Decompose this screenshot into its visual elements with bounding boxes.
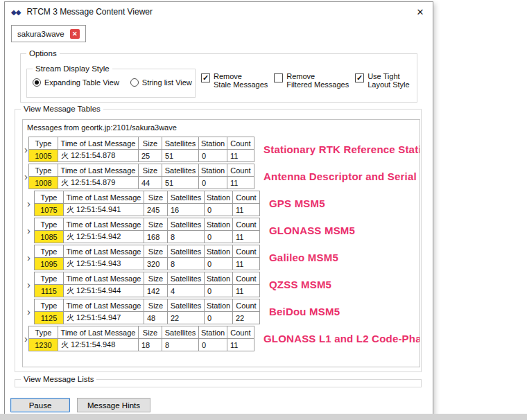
tab-label: sakura3wave bbox=[17, 30, 64, 38]
expander-chevron-icon[interactable]: › bbox=[24, 333, 28, 344]
radio-label: String list View bbox=[142, 78, 192, 87]
satellites-cell: 8 bbox=[162, 339, 199, 351]
message-type-cell: 1095 bbox=[35, 258, 64, 270]
expander-chevron-icon[interactable]: › bbox=[24, 279, 33, 290]
message-table-block: › TypeTime of Last MessageSizeSatellites… bbox=[23, 136, 420, 163]
station-cell: 0 bbox=[199, 150, 227, 162]
view-message-lists-section: View Message Lists bbox=[15, 379, 422, 387]
count-cell: 11 bbox=[233, 231, 260, 243]
annotation-text: GLONASS L1 and L2 Code-Phase Biases bbox=[264, 333, 420, 344]
options-checkboxes: ✓ Remove Stale Messages Remove Filtered … bbox=[201, 72, 410, 89]
checkbox-label: Remove Filtered Messages bbox=[286, 72, 349, 89]
radio-string-list-view[interactable]: String list View bbox=[130, 78, 192, 87]
message-table-block: › TypeTime of Last MessageSizeSatellites… bbox=[23, 190, 420, 217]
view-message-tables-label: View Message Tables bbox=[21, 105, 103, 113]
table-header-row: TypeTime of Last MessageSizeSatellitesSt… bbox=[35, 245, 260, 258]
time-cell: 火 12:51:54.878 bbox=[58, 150, 139, 162]
radio-expanding-table-view[interactable]: Expanding Table View bbox=[33, 78, 119, 87]
stream-source-label: Messages from geortk.jp:2101/sakura3wave bbox=[23, 120, 420, 136]
satellites-cell: 16 bbox=[168, 204, 205, 216]
time-cell: 火 12:51:54.879 bbox=[58, 177, 139, 189]
view-message-tables-section: View Message Tables Messages from geortk… bbox=[15, 109, 422, 372]
satellites-cell: 4 bbox=[168, 285, 205, 297]
message-table-block: › TypeTime of Last MessageSizeSatellites… bbox=[23, 163, 420, 190]
message-type-cell: 1085 bbox=[35, 231, 64, 243]
options-group: Options Stream Display Style Expanding T… bbox=[20, 53, 417, 103]
annotation-text: QZSS MSM5 bbox=[269, 279, 331, 290]
pause-button[interactable]: Pause bbox=[10, 398, 70, 412]
view-message-lists-label: View Message Lists bbox=[21, 375, 96, 383]
message-table: TypeTime of Last MessageSizeSatellitesSt… bbox=[34, 272, 260, 297]
message-table-block: › TypeTime of Last MessageSizeSatellites… bbox=[23, 244, 420, 271]
expander-chevron-icon[interactable]: › bbox=[24, 225, 33, 236]
checkbox-remove-stale-messages[interactable]: ✓ Remove Stale Messages bbox=[201, 72, 268, 89]
size-cell: 48 bbox=[144, 312, 168, 324]
tab-close-icon[interactable]: ✕ bbox=[70, 29, 80, 39]
table-header-row: TypeTime of Last MessageSizeSatellitesSt… bbox=[29, 164, 254, 177]
message-table-block: › TypeTime of Last MessageSizeSatellites… bbox=[23, 217, 420, 244]
count-cell: 11 bbox=[233, 204, 260, 216]
expander-chevron-icon[interactable]: › bbox=[24, 306, 33, 317]
stream-display-style-group: Stream Display Style Expanding Table Vie… bbox=[26, 69, 196, 98]
checkbox-label: Use Tight Layout Style bbox=[368, 72, 410, 89]
station-cell: 0 bbox=[205, 285, 233, 297]
message-table: TypeTime of Last MessageSizeSatellitesSt… bbox=[28, 326, 254, 351]
message-table: TypeTime of Last MessageSizeSatellitesSt… bbox=[34, 245, 260, 270]
count-cell: 11 bbox=[227, 339, 254, 351]
count-cell: 11 bbox=[227, 177, 254, 189]
message-table-block: › TypeTime of Last MessageSizeSatellites… bbox=[23, 298, 420, 325]
table-header-row: TypeTime of Last MessageSizeSatellitesSt… bbox=[29, 137, 254, 150]
checkbox-remove-filtered-messages[interactable]: Remove Filtered Messages bbox=[274, 72, 349, 89]
radio-selected-icon bbox=[33, 78, 41, 87]
footer-buttons: Pause Message Hints bbox=[10, 398, 150, 412]
checkbox-unchecked-icon bbox=[274, 73, 283, 82]
message-type-cell: 1005 bbox=[29, 150, 58, 162]
message-table-block: › TypeTime of Last MessageSizeSatellites… bbox=[23, 271, 420, 298]
message-type-cell: 1125 bbox=[35, 312, 64, 324]
stream-display-style-radios: Expanding Table View String list View bbox=[33, 78, 192, 87]
message-table: TypeTime of Last MessageSizeSatellitesSt… bbox=[34, 191, 260, 216]
satellites-cell: 8 bbox=[168, 258, 205, 270]
size-cell: 18 bbox=[139, 339, 162, 351]
expander-chevron-icon[interactable]: › bbox=[24, 144, 28, 155]
annotation-text: BeiDou MSM5 bbox=[269, 306, 340, 317]
expander-chevron-icon[interactable]: › bbox=[24, 171, 28, 182]
station-cell: 0 bbox=[205, 258, 233, 270]
satellites-cell: 51 bbox=[162, 150, 199, 162]
table-header-row: TypeTime of Last MessageSizeSatellitesSt… bbox=[35, 191, 260, 204]
time-cell: 火 12:51:54.947 bbox=[64, 312, 144, 324]
tabstrip: sakura3wave ✕ bbox=[11, 25, 86, 42]
message-table: TypeTime of Last MessageSizeSatellitesSt… bbox=[34, 218, 260, 243]
message-hints-button[interactable]: Message Hints bbox=[77, 398, 150, 412]
radio-unselected-icon bbox=[130, 78, 139, 87]
size-cell: 142 bbox=[144, 285, 168, 297]
station-cell: 0 bbox=[205, 312, 233, 324]
message-table: TypeTime of Last MessageSizeSatellitesSt… bbox=[28, 164, 254, 189]
size-cell: 44 bbox=[139, 177, 162, 189]
size-cell: 320 bbox=[144, 258, 168, 270]
count-cell: 11 bbox=[233, 285, 260, 297]
table-data-row: 1005火 12:51:54.8782551011 bbox=[29, 150, 254, 162]
table-data-row: 1125火 12:51:54.9474822022 bbox=[35, 312, 260, 324]
annotation-text: Antenna Descriptor and Serial Number bbox=[264, 170, 420, 182]
window-close-button[interactable]: ✕ bbox=[408, 3, 433, 21]
options-group-label: Options bbox=[26, 49, 60, 58]
message-type-cell: 1115 bbox=[35, 285, 64, 297]
table-header-row: TypeTime of Last MessageSizeSatellitesSt… bbox=[29, 326, 254, 339]
time-cell: 火 12:51:54.948 bbox=[58, 339, 139, 351]
expander-chevron-icon[interactable]: › bbox=[24, 252, 33, 263]
message-table-block: › TypeTime of Last MessageSizeSatellites… bbox=[23, 325, 420, 352]
size-cell: 245 bbox=[144, 204, 168, 216]
message-type-cell: 1075 bbox=[35, 204, 64, 216]
expander-chevron-icon[interactable]: › bbox=[24, 198, 33, 209]
satellites-cell: 51 bbox=[162, 177, 199, 189]
checkbox-checked-icon: ✓ bbox=[355, 73, 364, 82]
checkbox-label: Remove Stale Messages bbox=[214, 72, 268, 89]
table-header-row: TypeTime of Last MessageSizeSatellitesSt… bbox=[35, 299, 260, 312]
time-cell: 火 12:51:54.941 bbox=[64, 204, 144, 216]
checkbox-use-tight-layout-style[interactable]: ✓ Use Tight Layout Style bbox=[355, 72, 410, 89]
annotation-text: GPS MSM5 bbox=[269, 198, 325, 209]
desktop-background-strip bbox=[0, 414, 527, 420]
tab-sakura3wave[interactable]: sakura3wave ✕ bbox=[11, 25, 86, 42]
annotation-text: GLONASS MSM5 bbox=[269, 225, 355, 236]
